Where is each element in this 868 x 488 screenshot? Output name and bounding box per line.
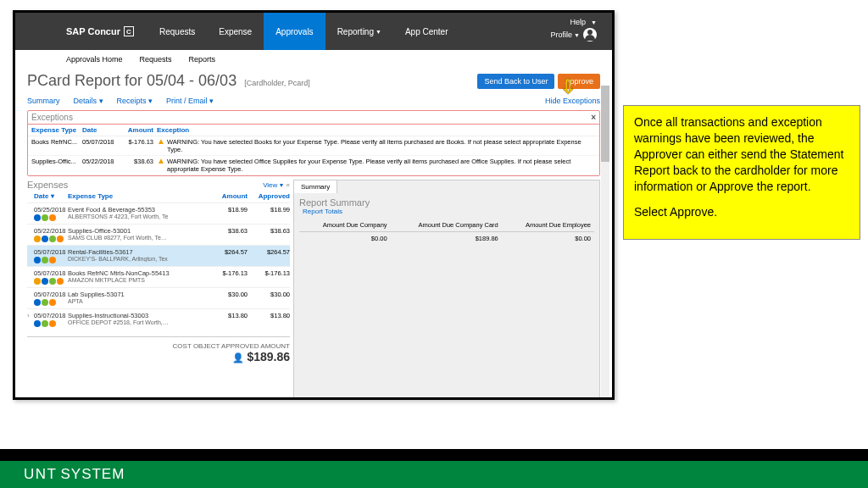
page-title: PCard Report for 05/04 - 06/03 [Cardhold… — [27, 72, 310, 90]
exp-head-approved[interactable]: Approved — [248, 192, 290, 200]
expense-row[interactable]: 05/25/2018Event Food & Beverage-55353ALB… — [27, 202, 290, 224]
send-back-button[interactable]: Send Back to User — [477, 74, 554, 89]
exception-row[interactable]: Supplies-Offic...05/22/2018$38.63WARNING… — [28, 156, 599, 175]
nav-reporting[interactable]: Reporting▼ — [326, 13, 393, 50]
instruction-callout: Once all transactions and exception warn… — [623, 105, 860, 240]
chevron-down-icon: ▼ — [591, 19, 597, 25]
nav-approvals[interactable]: Approvals — [264, 13, 325, 50]
unt-footer: UNTSYSTEM — [0, 461, 868, 488]
subnav-reports[interactable]: Reports — [189, 55, 216, 64]
close-exceptions-icon[interactable]: × — [591, 113, 596, 122]
exp-head-date[interactable]: Date ▾ — [34, 192, 68, 200]
scrollbar[interactable] — [601, 86, 609, 400]
attachment-icon — [49, 320, 56, 327]
view-menu[interactable]: View ▾ — [263, 181, 282, 189]
expense-row[interactable]: ›05/07/2018Supplies-Instructional-53003O… — [27, 308, 290, 330]
unt-logo: UNT — [24, 466, 57, 482]
tab-summary[interactable]: Summary — [293, 180, 337, 193]
user-icon[interactable] — [583, 28, 597, 42]
expense-row[interactable]: 05/22/2018Supplies-Office-53001SAMS CLUB… — [27, 224, 290, 245]
profile-menu[interactable]: Profile▼ — [551, 30, 580, 39]
report-totals-link[interactable]: Report Totals — [303, 208, 594, 215]
exc-head-amount[interactable]: Amount — [123, 126, 157, 134]
attachment-icon — [49, 214, 56, 221]
chevron-down-icon: ▼ — [574, 32, 580, 38]
report-totals-table: Amount Due CompanyAmount Due Company Car… — [299, 219, 594, 245]
expense-row[interactable]: 05/07/2018Lab Supplies-53071APTA$30.00$3… — [27, 287, 290, 308]
card-icon — [34, 214, 41, 221]
subnav-requests[interactable]: Requests — [140, 55, 172, 64]
card-icon — [34, 299, 41, 306]
exc-head-exception[interactable]: Exception — [157, 126, 596, 134]
person-icon: 👤 — [232, 352, 244, 363]
card-icon — [42, 278, 48, 285]
brand-logo: SAP ConcurC — [15, 13, 147, 50]
expenses-list: ExpensesView ▾« Date ▾ Expense Type Amou… — [27, 180, 290, 400]
expense-row[interactable]: 05/07/2018Rental-Facilities-53617DICKEY'… — [27, 245, 290, 266]
exp-head-amount[interactable]: Amount — [205, 192, 248, 200]
report-summary-title: Report Summary — [299, 197, 594, 208]
receipt-icon — [42, 257, 48, 263]
receipt-icon — [49, 236, 56, 242]
link-print-email[interactable]: Print / Email ▾ — [166, 97, 214, 105]
card-icon — [34, 320, 41, 327]
warning-icon — [157, 138, 164, 146]
exc-head-type[interactable]: Expense Type — [31, 126, 82, 134]
nav-expense[interactable]: Expense — [207, 13, 264, 50]
nav-requests[interactable]: Requests — [147, 13, 207, 50]
exp-head-type[interactable]: Expense Type — [68, 192, 205, 200]
sub-nav: Approvals Home Requests Reports — [15, 50, 612, 69]
expense-row[interactable]: 05/07/2018Books RefrNC Mtrls-NonCap-5541… — [27, 266, 290, 287]
scrollbar-thumb[interactable] — [601, 86, 609, 162]
attachment-icon — [49, 257, 56, 263]
attachment-icon — [57, 278, 64, 285]
exceptions-panel: Exceptions× Expense Type Date Amount Exc… — [27, 110, 600, 176]
receipt-icon — [49, 278, 56, 285]
report-summary-panel: Summary Report Summary Report Totals Amo… — [293, 180, 600, 400]
nav-appcenter[interactable]: App Center — [393, 13, 460, 50]
attachment-icon — [49, 299, 56, 306]
exception-row[interactable]: Books RefrNC...05/07/2018$-176.13WARNING… — [28, 136, 599, 156]
link-receipts[interactable]: Receipts ▾ — [117, 97, 153, 105]
cost-object-approved-amount: COST OBJECT APPROVED AMOUNT 👤 $189.86 — [27, 336, 290, 369]
top-bar: SAP ConcurC Requests Expense Approvals R… — [15, 13, 612, 50]
link-summary[interactable]: Summary — [27, 97, 60, 105]
card-icon — [42, 236, 48, 242]
attachment-icon — [57, 236, 64, 242]
subnav-approvals-home[interactable]: Approvals Home — [66, 55, 123, 64]
help-menu[interactable]: Help▼ — [570, 18, 597, 26]
callout-arrow-icon: ⇩ — [560, 76, 576, 98]
collapse-icon[interactable]: « — [287, 181, 290, 189]
exc-head-date[interactable]: Date — [82, 126, 123, 134]
concur-c-icon: C — [124, 26, 134, 36]
warning-icon — [157, 158, 164, 165]
card-icon — [34, 257, 41, 263]
link-details[interactable]: Details ▾ — [74, 97, 103, 105]
warning-icon — [34, 236, 41, 242]
concur-screenshot: SAP ConcurC Requests Expense Approvals R… — [13, 10, 615, 400]
receipt-icon — [42, 320, 48, 327]
warning-icon — [34, 278, 41, 285]
receipt-icon — [42, 214, 48, 221]
receipt-icon — [42, 299, 48, 306]
chevron-down-icon: ▼ — [376, 29, 381, 35]
